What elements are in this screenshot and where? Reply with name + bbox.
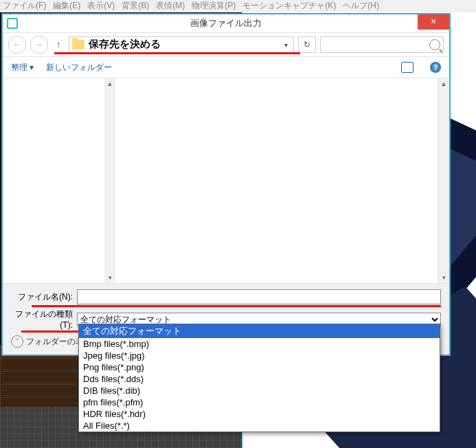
filename-label: ファイル名(N): xyxy=(11,291,77,303)
scroll-down-icon[interactable]: ▾ xyxy=(438,272,449,283)
filename-row: ファイル名(N): xyxy=(11,289,441,304)
nav-up-button[interactable]: ↑ xyxy=(52,38,65,51)
scroll-up-icon[interactable]: ▲ xyxy=(438,78,449,89)
path-text: 保存先を決める xyxy=(89,38,161,51)
filetype-option[interactable]: Dds files(*.dds) xyxy=(79,373,440,385)
filetype-label: ファイルの種類(T): xyxy=(11,309,77,330)
save-dialog: 画像ファイル出力 × ← → ↑ 保存先を決める ▾ ↻ 整理 ▾ 新しいフォル… xyxy=(2,14,450,355)
search-box[interactable] xyxy=(320,36,444,53)
filetype-option[interactable]: DIB files(*.dib) xyxy=(79,385,440,396)
nav-row: ← → ↑ 保存先を決める ▾ ↻ xyxy=(3,33,449,57)
menu-help[interactable]: ヘルプ(H) xyxy=(343,0,379,12)
filetype-option[interactable]: Bmp files(*.bmp) xyxy=(79,338,440,350)
filetype-option[interactable]: 全ての対応フォーマット xyxy=(79,324,440,338)
menu-emote[interactable]: 表情(M) xyxy=(156,0,185,12)
menu-bg[interactable]: 背景(B) xyxy=(122,0,149,12)
filetype-option[interactable]: pfm files(*.pfm) xyxy=(79,396,440,408)
annotation-underline-filetype xyxy=(21,331,82,333)
dialog-title: 画像ファイル出力 xyxy=(3,17,449,30)
filetype-option[interactable]: Png files(*.png) xyxy=(79,361,440,373)
folder-icon xyxy=(72,40,84,49)
list-scrollbar[interactable]: ▲ ▾ xyxy=(438,78,449,283)
annotation-underline-filename xyxy=(32,305,441,307)
app-menubar: ファイル(F) 編集(E) 表示(V) 背景(B) 表情(M) 物理演算(P) … xyxy=(0,0,476,12)
close-button[interactable]: × xyxy=(418,14,449,30)
menu-mocap[interactable]: モーションキャプチャ(K) xyxy=(242,0,336,12)
tree-scrollbar[interactable]: ▲ ▾ xyxy=(104,78,115,283)
scroll-down-icon[interactable]: ▾ xyxy=(104,272,115,283)
nav-back-button[interactable]: ← xyxy=(8,36,26,54)
menu-file[interactable]: ファイル(F) xyxy=(3,0,46,12)
dialog-bottom: ファイル名(N): ファイルの種類(T): 全ての対応フォーマット 全ての対応フ… xyxy=(3,283,449,355)
path-box[interactable]: 保存先を決める ▾ xyxy=(69,36,294,53)
titlebar: 画像ファイル出力 × xyxy=(3,14,449,33)
view-mode-button[interactable] xyxy=(401,62,413,73)
help-icon[interactable]: ? xyxy=(430,62,441,73)
filetype-option[interactable]: HDR files(*.hdr) xyxy=(79,408,440,420)
app-icon xyxy=(7,18,18,29)
menu-view[interactable]: 表示(V) xyxy=(87,0,115,12)
filetype-dropdown-list[interactable]: 全ての対応フォーマット Bmp files(*.bmp) Jpeg files(… xyxy=(78,324,440,432)
annotation-underline-path xyxy=(54,52,300,54)
file-list-area[interactable]: ▲ ▾ ▲ ▾ xyxy=(3,78,449,283)
path-dropdown-caret[interactable]: ▾ xyxy=(282,41,291,49)
filename-input[interactable] xyxy=(77,289,441,304)
menu-physics[interactable]: 物理演算(P) xyxy=(192,0,236,12)
hide-folders-toggle-icon[interactable]: ˄ xyxy=(11,335,23,348)
refresh-button[interactable]: ↻ xyxy=(298,36,316,53)
menu-edit[interactable]: 編集(E) xyxy=(53,0,80,12)
filetype-option[interactable]: Jpeg files(*.jpg) xyxy=(79,350,440,361)
new-folder-button[interactable]: 新しいフォルダー xyxy=(46,62,112,74)
toolbar-row: 整理 ▾ 新しいフォルダー ? xyxy=(3,57,449,78)
search-input[interactable] xyxy=(324,39,429,50)
search-icon xyxy=(429,39,440,50)
organize-menu[interactable]: 整理 ▾ xyxy=(11,62,34,74)
nav-forward-button[interactable]: → xyxy=(30,36,48,54)
scroll-up-icon[interactable]: ▲ xyxy=(104,78,115,89)
filetype-option[interactable]: All Files(*.*) xyxy=(79,420,440,432)
